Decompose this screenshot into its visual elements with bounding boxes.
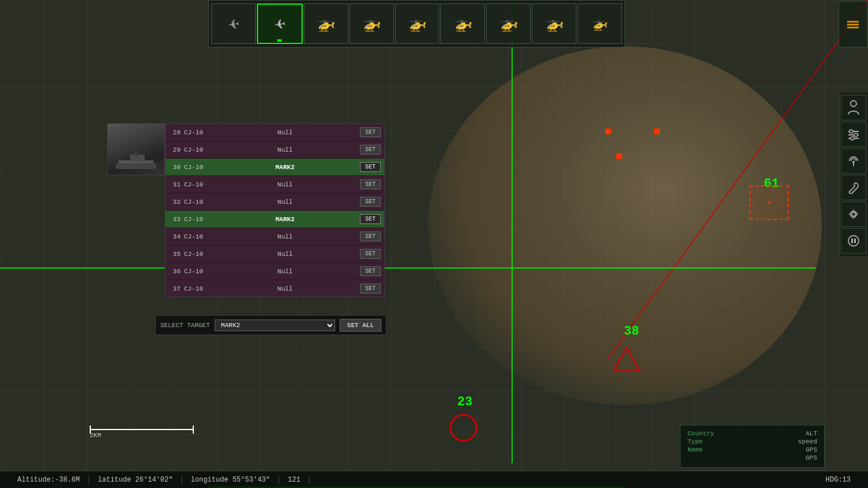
weapon-thumbnail xyxy=(107,123,165,175)
svg-point-17 xyxy=(848,236,859,246)
weapon-target-28: Null xyxy=(214,129,356,136)
svg-point-10 xyxy=(849,130,853,133)
weapon-type-31: CJ-10 xyxy=(184,181,210,188)
weapon-num-32: 32 xyxy=(169,199,181,206)
pause-icon[interactable] xyxy=(841,228,866,254)
svg-marker-5 xyxy=(614,348,639,370)
svg-rect-4 xyxy=(135,151,138,157)
wrench-icon[interactable] xyxy=(841,175,866,200)
red-marker-1 xyxy=(605,129,611,134)
info-row-type: Type speed xyxy=(687,438,817,445)
weapon-target-36: Null xyxy=(214,268,356,275)
weapon-type-34: CJ-10 xyxy=(184,233,210,240)
marker-label-38: 38 xyxy=(624,324,639,339)
weapon-row-31: 31 CJ-10 Null SET xyxy=(165,176,384,193)
radio-icon[interactable] xyxy=(841,148,866,174)
weapon-row-36: 36 CJ-10 Null SET xyxy=(165,263,384,280)
aircraft-slot-2[interactable]: 🚁 xyxy=(304,3,348,44)
gear-icon[interactable] xyxy=(841,201,866,227)
weapon-row-33: 33 CJ-10 MARK2 SET xyxy=(165,211,384,228)
dashed-box-61 xyxy=(749,185,789,220)
weapon-target-35: Null xyxy=(214,251,356,258)
weapon-target-33: MARK2 xyxy=(214,216,356,223)
weapon-row-32: 32 CJ-10 Null SET xyxy=(165,193,384,211)
weapon-row-35: 35 CJ-10 Null SET xyxy=(165,245,384,263)
svg-point-12 xyxy=(851,137,854,140)
set-button-35[interactable]: SET xyxy=(360,249,381,259)
set-button-34[interactable]: SET xyxy=(360,232,381,241)
info-row-country: Country ALT xyxy=(687,430,817,437)
circle-marker-23 xyxy=(450,414,477,442)
weapon-num-34: 34 xyxy=(169,233,181,240)
aircraft-slot-0[interactable]: ✈ xyxy=(211,3,256,44)
status-bar: Altitude:-38.6M latitude 26°14'02" longi… xyxy=(0,471,868,488)
weapon-row-29: 29 CJ-10 Null SET xyxy=(165,141,384,159)
weapon-num-28: 28 xyxy=(169,129,181,136)
set-button-31[interactable]: SET xyxy=(360,179,381,189)
alt-val: ALT xyxy=(806,430,817,437)
gps-val-2: GPS xyxy=(806,454,817,461)
info-row-gps2: GPS xyxy=(687,454,817,461)
speed-val: speed xyxy=(798,438,817,445)
aircraft-slot-5[interactable]: 🚁 xyxy=(440,3,485,44)
set-button-29[interactable]: SET xyxy=(360,145,381,155)
scale-label: 2KM xyxy=(90,432,194,439)
weapon-type-37: CJ-10 xyxy=(184,285,210,292)
set-button-37[interactable]: SET xyxy=(360,284,381,293)
set-button-33[interactable]: SET xyxy=(360,214,381,224)
aircraft-slot-3[interactable]: 🚁 xyxy=(350,3,394,44)
type-key: Type xyxy=(687,438,703,445)
info-panel: Country ALT Type speed Name GPS GPS xyxy=(680,425,825,468)
weapon-target-31: Null xyxy=(214,181,356,188)
svg-point-11 xyxy=(854,133,858,137)
select-target-label: SELECT TARGET xyxy=(160,322,210,329)
person-icon[interactable] xyxy=(841,95,866,120)
info-row-name: Name GPS xyxy=(687,446,817,453)
aircraft-slot-1[interactable]: ✈ xyxy=(257,3,303,44)
red-marker-3 xyxy=(616,153,622,159)
number-display: 121 xyxy=(279,476,310,484)
aircraft-slot-4[interactable]: 🚁 xyxy=(395,3,440,44)
weapon-row-34: 34 CJ-10 Null SET xyxy=(165,228,384,245)
aircraft-strip: ✈ ✈ 🚁 🚁 🚁 🚁 🚁 🚁 🚁 xyxy=(208,0,625,47)
set-all-button[interactable]: SET ALL xyxy=(340,319,381,332)
altitude-display: Altitude:-38.6M xyxy=(9,476,89,484)
svg-rect-18 xyxy=(851,239,853,243)
set-button-30[interactable]: SET xyxy=(360,162,381,172)
right-sidebar xyxy=(839,93,868,256)
weapon-num-33: 33 xyxy=(169,216,181,223)
weapon-num-30: 30 xyxy=(169,164,181,171)
weapon-target-30: MARK2 xyxy=(214,164,356,171)
set-button-36[interactable]: SET xyxy=(360,266,381,276)
weapons-list-panel[interactable]: 28 CJ-10 Null SET 29 CJ-10 Null SET 30 C… xyxy=(165,123,385,297)
weapon-type-32: CJ-10 xyxy=(184,199,210,206)
weapon-row-37: 37 CJ-10 Null SET xyxy=(165,280,384,297)
crosshair-horizontal xyxy=(0,267,816,269)
gps-val-1: GPS xyxy=(806,446,817,453)
svg-point-6 xyxy=(851,101,856,107)
weapon-row-30: 30 CJ-10 MARK2 SET xyxy=(165,159,384,176)
weapon-type-29: CJ-10 xyxy=(184,146,210,153)
red-marker-2 xyxy=(654,129,660,134)
scale-bar: 2KM xyxy=(90,429,194,439)
weapon-target-34: Null xyxy=(214,233,356,240)
weapon-row-28: 28 CJ-10 Null SET xyxy=(165,124,384,141)
set-button-32[interactable]: SET xyxy=(360,197,381,207)
crosshair-vertical xyxy=(512,46,513,463)
weapon-type-35: CJ-10 xyxy=(184,251,210,258)
aircraft-slot-8[interactable]: 🚁 xyxy=(578,3,622,44)
top-right-strip xyxy=(838,1,867,47)
map-background xyxy=(0,0,868,488)
weapon-target-29: Null xyxy=(214,146,356,153)
weapon-num-35: 35 xyxy=(169,251,181,258)
weapon-num-37: 37 xyxy=(169,285,181,292)
aircraft-slot-7[interactable]: 🚁 xyxy=(532,3,576,44)
sliders-icon[interactable] xyxy=(841,122,866,147)
aircraft-slot-6[interactable]: 🚁 xyxy=(486,3,531,44)
weapon-type-30: CJ-10 xyxy=(184,164,210,171)
target-select-dropdown[interactable]: MARK2 MARK1 MARK3 MARK4 xyxy=(215,320,335,331)
weapon-type-36: CJ-10 xyxy=(184,268,210,275)
weapon-num-29: 29 xyxy=(169,146,181,153)
name-key: Name xyxy=(687,446,703,453)
set-button-28[interactable]: SET xyxy=(360,127,381,137)
